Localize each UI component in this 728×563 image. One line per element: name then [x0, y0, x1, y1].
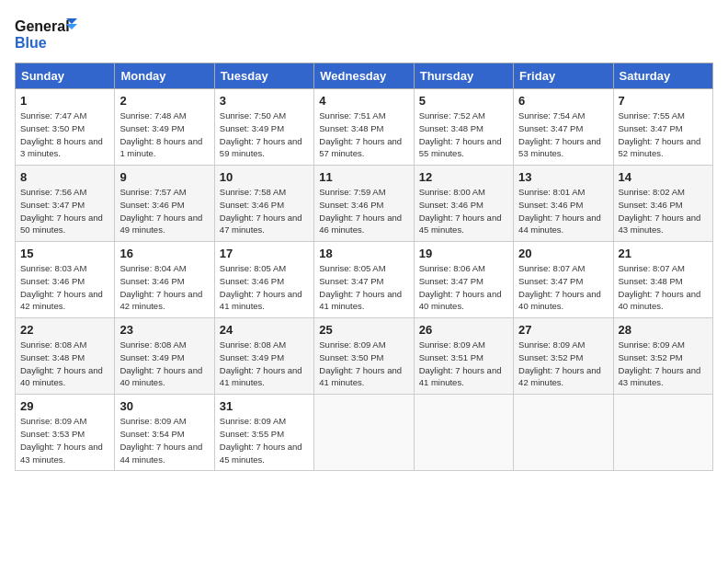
day-info: Sunrise: 7:47 AMSunset: 3:50 PMDaylight:… — [20, 109, 109, 160]
day-info: Sunrise: 7:58 AMSunset: 3:46 PMDaylight:… — [220, 186, 309, 236]
calendar-cell: 9Sunrise: 7:57 AMSunset: 3:46 PMDaylight… — [115, 166, 214, 242]
day-of-week-header: Friday — [514, 63, 613, 89]
day-number: 23 — [119, 323, 209, 337]
day-info: Sunrise: 8:09 AMSunset: 3:53 PMDaylight:… — [20, 415, 109, 465]
day-info: Sunrise: 8:04 AMSunset: 3:46 PMDaylight:… — [119, 262, 209, 313]
day-number: 17 — [220, 247, 309, 260]
calendar-table: SundayMondayTuesdayWednesdayThursdayFrid… — [15, 63, 713, 471]
calendar-cell: 31Sunrise: 8:09 AMSunset: 3:55 PMDayligh… — [214, 395, 313, 471]
calendar-cell: 29Sunrise: 8:09 AMSunset: 3:53 PMDayligh… — [16, 395, 115, 471]
day-info: Sunrise: 8:02 AMSunset: 3:46 PMDaylight:… — [619, 186, 708, 236]
day-of-week-header: Tuesday — [214, 63, 313, 89]
day-of-week-header: Sunday — [16, 63, 115, 89]
svg-text:General: General — [15, 18, 70, 34]
day-of-week-header: Thursday — [414, 63, 513, 89]
svg-text:Blue: Blue — [15, 35, 47, 51]
day-number: 2 — [119, 94, 209, 108]
day-info: Sunrise: 7:51 AMSunset: 3:48 PMDaylight:… — [319, 109, 408, 160]
day-number: 6 — [518, 94, 608, 108]
day-number: 31 — [220, 399, 309, 413]
day-number: 5 — [419, 94, 508, 108]
day-info: Sunrise: 7:52 AMSunset: 3:48 PMDaylight:… — [419, 109, 508, 160]
calendar-cell: 2Sunrise: 7:48 AMSunset: 3:49 PMDaylight… — [115, 89, 214, 166]
calendar-cell — [613, 395, 712, 471]
calendar-cell: 4Sunrise: 7:51 AMSunset: 3:48 PMDaylight… — [314, 89, 414, 166]
calendar-cell: 20Sunrise: 8:07 AMSunset: 3:47 PMDayligh… — [514, 242, 613, 318]
day-number: 1 — [20, 94, 109, 108]
day-number: 13 — [518, 170, 608, 184]
day-number: 14 — [619, 170, 708, 184]
day-number: 12 — [419, 170, 508, 184]
calendar-cell: 18Sunrise: 8:05 AMSunset: 3:47 PMDayligh… — [314, 242, 414, 318]
day-info: Sunrise: 8:09 AMSunset: 3:52 PMDaylight:… — [619, 339, 708, 389]
calendar-cell: 6Sunrise: 7:54 AMSunset: 3:47 PMDaylight… — [514, 89, 613, 166]
day-info: Sunrise: 8:01 AMSunset: 3:46 PMDaylight:… — [518, 186, 608, 236]
calendar-cell: 19Sunrise: 8:06 AMSunset: 3:47 PMDayligh… — [414, 242, 513, 318]
calendar-cell: 24Sunrise: 8:08 AMSunset: 3:49 PMDayligh… — [214, 318, 313, 395]
calendar-cell: 16Sunrise: 8:04 AMSunset: 3:46 PMDayligh… — [115, 242, 214, 318]
day-number: 4 — [319, 94, 408, 108]
day-number: 10 — [220, 170, 309, 184]
calendar-cell: 15Sunrise: 8:03 AMSunset: 3:46 PMDayligh… — [16, 242, 115, 318]
day-info: Sunrise: 7:48 AMSunset: 3:49 PMDaylight:… — [119, 109, 209, 160]
day-info: Sunrise: 8:03 AMSunset: 3:46 PMDaylight:… — [20, 262, 109, 313]
calendar-cell: 10Sunrise: 7:58 AMSunset: 3:46 PMDayligh… — [214, 166, 313, 242]
day-info: Sunrise: 7:55 AMSunset: 3:47 PMDaylight:… — [619, 109, 708, 160]
day-number: 8 — [20, 170, 109, 184]
day-number: 25 — [319, 323, 408, 337]
calendar-cell — [414, 395, 513, 471]
calendar-cell: 26Sunrise: 8:09 AMSunset: 3:51 PMDayligh… — [414, 318, 513, 395]
day-number: 18 — [319, 247, 408, 260]
calendar-cell — [514, 395, 613, 471]
day-info: Sunrise: 7:56 AMSunset: 3:47 PMDaylight:… — [20, 186, 109, 236]
page-header: GeneralBlue — [15, 15, 713, 55]
day-of-week-header: Monday — [115, 63, 214, 89]
logo-svg: GeneralBlue — [15, 15, 79, 55]
day-number: 20 — [518, 247, 608, 260]
day-number: 21 — [619, 247, 708, 260]
calendar-cell: 5Sunrise: 7:52 AMSunset: 3:48 PMDaylight… — [414, 89, 513, 166]
day-number: 28 — [619, 323, 708, 337]
day-number: 30 — [119, 399, 209, 413]
calendar-cell: 25Sunrise: 8:09 AMSunset: 3:50 PMDayligh… — [314, 318, 414, 395]
day-info: Sunrise: 7:50 AMSunset: 3:49 PMDaylight:… — [220, 109, 309, 160]
calendar-cell: 7Sunrise: 7:55 AMSunset: 3:47 PMDaylight… — [613, 89, 712, 166]
day-info: Sunrise: 7:54 AMSunset: 3:47 PMDaylight:… — [518, 109, 608, 160]
day-number: 11 — [319, 170, 408, 184]
day-info: Sunrise: 8:09 AMSunset: 3:50 PMDaylight:… — [319, 339, 408, 389]
day-number: 22 — [20, 323, 109, 337]
calendar-cell: 14Sunrise: 8:02 AMSunset: 3:46 PMDayligh… — [613, 166, 712, 242]
day-of-week-header: Saturday — [613, 63, 712, 89]
calendar-cell: 17Sunrise: 8:05 AMSunset: 3:46 PMDayligh… — [214, 242, 313, 318]
day-info: Sunrise: 8:09 AMSunset: 3:54 PMDaylight:… — [119, 415, 209, 465]
day-info: Sunrise: 8:05 AMSunset: 3:46 PMDaylight:… — [220, 262, 309, 313]
day-info: Sunrise: 8:08 AMSunset: 3:49 PMDaylight:… — [119, 339, 209, 389]
calendar-cell: 22Sunrise: 8:08 AMSunset: 3:48 PMDayligh… — [16, 318, 115, 395]
calendar-cell: 11Sunrise: 7:59 AMSunset: 3:46 PMDayligh… — [314, 166, 414, 242]
day-info: Sunrise: 8:05 AMSunset: 3:47 PMDaylight:… — [319, 262, 408, 313]
day-info: Sunrise: 8:00 AMSunset: 3:46 PMDaylight:… — [419, 186, 508, 236]
day-info: Sunrise: 8:07 AMSunset: 3:48 PMDaylight:… — [619, 262, 708, 313]
calendar-cell: 12Sunrise: 8:00 AMSunset: 3:46 PMDayligh… — [414, 166, 513, 242]
calendar-cell: 30Sunrise: 8:09 AMSunset: 3:54 PMDayligh… — [115, 395, 214, 471]
calendar-cell: 1Sunrise: 7:47 AMSunset: 3:50 PMDaylight… — [16, 89, 115, 166]
day-number: 3 — [220, 94, 309, 108]
day-number: 15 — [20, 247, 109, 260]
day-info: Sunrise: 8:09 AMSunset: 3:55 PMDaylight:… — [220, 415, 309, 465]
logo: GeneralBlue — [15, 15, 79, 55]
calendar-cell: 13Sunrise: 8:01 AMSunset: 3:46 PMDayligh… — [514, 166, 613, 242]
day-number: 27 — [518, 323, 608, 337]
day-info: Sunrise: 8:09 AMSunset: 3:51 PMDaylight:… — [419, 339, 508, 389]
day-number: 19 — [419, 247, 508, 260]
day-number: 16 — [119, 247, 209, 260]
calendar-cell: 3Sunrise: 7:50 AMSunset: 3:49 PMDaylight… — [214, 89, 313, 166]
day-info: Sunrise: 8:08 AMSunset: 3:49 PMDaylight:… — [220, 339, 309, 389]
calendar-cell: 23Sunrise: 8:08 AMSunset: 3:49 PMDayligh… — [115, 318, 214, 395]
day-info: Sunrise: 8:06 AMSunset: 3:47 PMDaylight:… — [419, 262, 508, 313]
day-number: 9 — [119, 170, 209, 184]
calendar-cell: 28Sunrise: 8:09 AMSunset: 3:52 PMDayligh… — [613, 318, 712, 395]
day-info: Sunrise: 8:08 AMSunset: 3:48 PMDaylight:… — [20, 339, 109, 389]
day-of-week-header: Wednesday — [314, 63, 414, 89]
day-info: Sunrise: 7:59 AMSunset: 3:46 PMDaylight:… — [319, 186, 408, 236]
day-info: Sunrise: 8:07 AMSunset: 3:47 PMDaylight:… — [518, 262, 608, 313]
